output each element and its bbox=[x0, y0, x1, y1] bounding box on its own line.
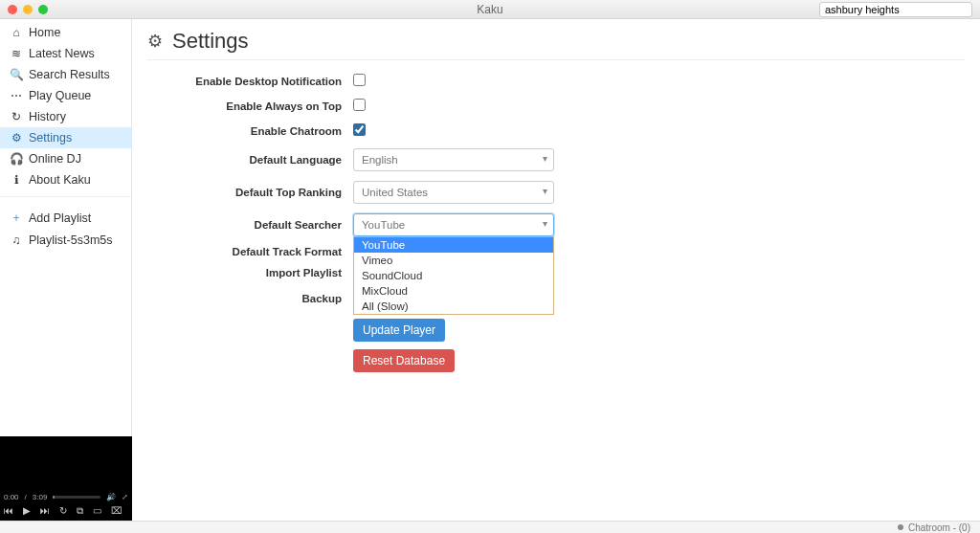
sidebar-item-label: Home bbox=[29, 26, 60, 39]
chatroom-status[interactable]: Chatroom - (0) bbox=[908, 522, 970, 533]
label-default-top-ranking: Default Top Ranking bbox=[147, 187, 353, 198]
update-player-button[interactable]: Update Player bbox=[353, 319, 445, 342]
home-icon: ⌂ bbox=[10, 26, 23, 39]
history-icon: ↻ bbox=[10, 110, 23, 123]
label-backup: Backup bbox=[147, 293, 353, 304]
status-dot-icon bbox=[898, 524, 903, 530]
reset-database-button[interactable]: Reset Database bbox=[353, 349, 455, 372]
mini-player: 0:00 / 3:09 🔊 ⤢ ⏮ ▶ ⏭ ↻ ⧉ ▭ ⌧ bbox=[0, 436, 132, 521]
page-title: Settings bbox=[172, 29, 249, 54]
sidebar-item-home[interactable]: ⌂ Home bbox=[0, 22, 131, 43]
sidebar-item-online-dj[interactable]: 🎧 Online DJ bbox=[0, 148, 131, 169]
titlebar: Kaku bbox=[0, 0, 980, 19]
play-button[interactable]: ▶ bbox=[23, 505, 31, 517]
volume-icon[interactable]: 🔊 bbox=[106, 493, 116, 501]
search-icon: 🔍 bbox=[10, 68, 23, 81]
select-default-language[interactable]: English bbox=[353, 148, 554, 171]
dropdown-option[interactable]: SoundCloud bbox=[354, 268, 553, 283]
playlist-label: Playlist-5s3m5s bbox=[29, 233, 113, 247]
sidebar-item-label: History bbox=[29, 110, 66, 123]
plus-icon: ＋ bbox=[10, 210, 23, 226]
sidebar-item-label: Online DJ bbox=[29, 152, 81, 166]
repeat-button[interactable]: ↻ bbox=[59, 505, 67, 517]
global-search bbox=[819, 2, 972, 17]
gear-icon: ⚙ bbox=[10, 131, 23, 144]
dropdown-option[interactable]: MixCloud bbox=[354, 283, 553, 299]
label-default-searcher: Default Searcher bbox=[147, 219, 353, 231]
player-progress-bar[interactable] bbox=[53, 496, 100, 499]
gear-icon: ⚙ bbox=[147, 31, 163, 52]
sidebar-item-history[interactable]: ↻ History bbox=[0, 106, 131, 127]
label-always-on-top: Enable Always on Top bbox=[147, 100, 353, 112]
sidebar-item-play-queue[interactable]: ⋯ Play Queue bbox=[0, 85, 131, 106]
label-default-language: Default Language bbox=[147, 154, 353, 166]
label-desktop-notification: Enable Desktop Notification bbox=[147, 76, 353, 87]
label-default-track-format: Default Track Format bbox=[147, 246, 353, 257]
select-value: United States bbox=[362, 187, 428, 198]
info-icon: ℹ bbox=[10, 173, 23, 187]
checkbox-desktop-notification[interactable] bbox=[353, 74, 366, 86]
sidebar-item-search-results[interactable]: 🔍 Search Results bbox=[0, 64, 131, 85]
dropdown-default-searcher: YouTube Vimeo SoundCloud MixCloud All (S… bbox=[353, 236, 554, 315]
add-playlist-label: Add Playlist bbox=[29, 211, 91, 225]
headphones-icon: 🎧 bbox=[10, 152, 23, 166]
playlist-item[interactable]: ♫ Playlist-5s3m5s bbox=[0, 230, 131, 251]
label-chatroom: Enable Chatroom bbox=[147, 125, 353, 137]
external-icon[interactable]: ⧉ bbox=[77, 505, 83, 517]
checkbox-always-on-top[interactable] bbox=[353, 99, 366, 111]
sidebar-item-label: Settings bbox=[29, 131, 72, 144]
checkbox-chatroom[interactable] bbox=[353, 123, 366, 136]
next-track-button[interactable]: ⏭ bbox=[40, 505, 50, 517]
queue-icon: ⋯ bbox=[10, 89, 23, 102]
fullscreen-icon[interactable]: ⤢ bbox=[122, 493, 128, 501]
select-value: YouTube bbox=[362, 219, 405, 231]
sidebar-item-label: About Kaku bbox=[29, 173, 91, 187]
status-bar: Chatroom - (0) bbox=[0, 521, 980, 533]
dropdown-option[interactable]: Vimeo bbox=[354, 253, 553, 268]
select-default-top-ranking[interactable]: United States bbox=[353, 181, 554, 204]
select-default-searcher[interactable]: YouTube bbox=[353, 213, 554, 236]
search-input[interactable] bbox=[819, 2, 972, 17]
label-import-playlist: Import Playlist bbox=[147, 267, 353, 278]
sidebar-item-label: Latest News bbox=[29, 47, 95, 60]
dropdown-option[interactable]: YouTube bbox=[354, 237, 553, 253]
cast-icon[interactable]: ▭ bbox=[93, 505, 101, 517]
dropdown-option[interactable]: All (Slow) bbox=[354, 299, 553, 314]
select-value: English bbox=[362, 154, 398, 166]
sidebar-item-label: Play Queue bbox=[29, 89, 91, 102]
rss-icon: ≋ bbox=[10, 47, 23, 60]
page-header: ⚙ Settings bbox=[147, 29, 965, 60]
sidebar-item-label: Search Results bbox=[29, 68, 110, 81]
music-icon: ♫ bbox=[10, 233, 23, 247]
separator bbox=[0, 196, 131, 197]
prev-track-button[interactable]: ⏮ bbox=[4, 505, 13, 517]
player-current-time: 0:00 bbox=[4, 493, 19, 501]
sidebar-item-settings[interactable]: ⚙ Settings bbox=[0, 127, 131, 148]
sidebar-item-latest-news[interactable]: ≋ Latest News bbox=[0, 43, 131, 64]
sidebar-item-about[interactable]: ℹ About Kaku bbox=[0, 169, 131, 190]
player-total-time: 3:09 bbox=[33, 493, 48, 501]
main-content: ⚙ Settings Enable Desktop Notification E… bbox=[132, 19, 980, 521]
time-separator: / bbox=[25, 493, 27, 501]
add-playlist-button[interactable]: ＋ Add Playlist bbox=[0, 206, 131, 230]
tv-icon[interactable]: ⌧ bbox=[111, 505, 122, 517]
